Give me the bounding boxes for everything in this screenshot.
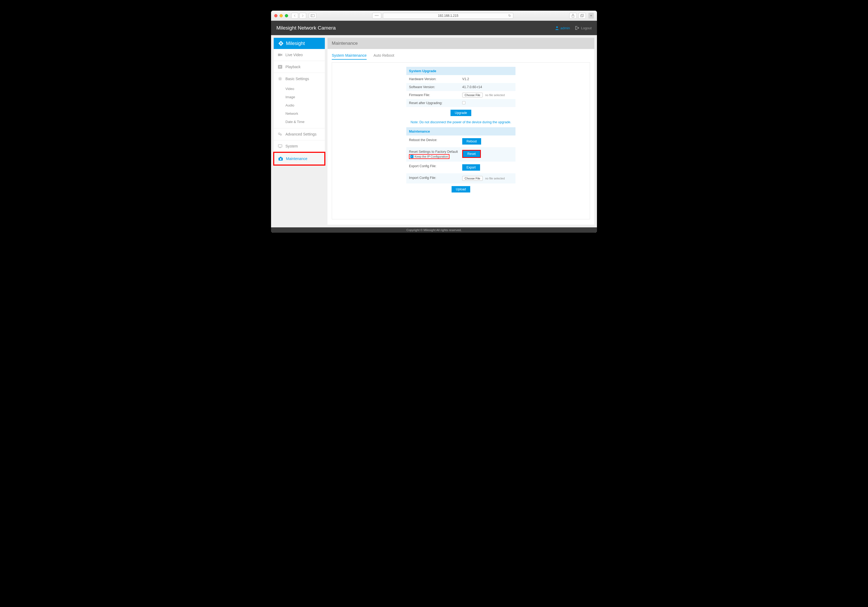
upgrade-button[interactable]: Upgrade — [451, 110, 471, 116]
tab-auto-reboot[interactable]: Auto Reboot — [374, 52, 394, 60]
sidebar-sub-audio[interactable]: Audio — [274, 101, 325, 110]
keep-ip-highlight: Keep the IP Configuration — [409, 154, 450, 159]
user-link[interactable]: admin — [555, 26, 570, 30]
firmware-file-label: Firmware File: — [409, 93, 462, 97]
chevron-right-icon — [302, 14, 304, 17]
app-header: Milesight Network Camera admin Logout — [271, 21, 597, 35]
panel: System Upgrade Hardware Version: V1.2 So… — [332, 62, 590, 219]
reset-label: Reset Settings to Factory Default — [409, 150, 462, 153]
reboot-label: Reboot the Device: — [409, 138, 462, 142]
forward-button[interactable] — [299, 13, 306, 19]
logout-icon — [575, 26, 580, 30]
sidebar-sub-datetime[interactable]: Date & Time — [274, 118, 325, 126]
app-body: Milesight Live Video Playback Basic Sett… — [271, 35, 597, 228]
hardware-version-value: V1.2 — [462, 77, 513, 81]
tabs-button[interactable] — [578, 13, 586, 19]
reset-after-upgrading-label: Reset after Upgrading: — [409, 101, 462, 105]
browser-window: ••• 192.168.1.215 ↻ + Milesight Network … — [271, 11, 597, 233]
maintenance-highlight: Maintenance — [273, 152, 326, 166]
sidebar-sub-network[interactable]: Network — [274, 110, 325, 118]
sidebar-label: Basic Settings — [285, 77, 309, 81]
sidebar-label: System — [285, 144, 298, 148]
sidebar-label: Playback — [285, 65, 301, 69]
upload-button-row: Upload — [406, 183, 516, 195]
sidebar-label: Maintenance — [286, 156, 307, 161]
reset-button-highlight: Reset — [462, 150, 481, 158]
reload-button[interactable]: ↻ — [508, 14, 511, 17]
svg-point-5 — [556, 26, 558, 28]
svg-rect-3 — [580, 15, 583, 17]
svg-line-16 — [281, 80, 281, 80]
share-button[interactable] — [569, 13, 577, 19]
chevron-left-icon — [294, 14, 296, 17]
svg-rect-8 — [278, 54, 281, 56]
minimize-window-button[interactable] — [280, 14, 283, 17]
sidebar-item-advanced-settings[interactable]: Advanced Settings — [274, 129, 325, 140]
reset-after-upgrading-row: Reset after Upgrading: — [406, 99, 516, 107]
svg-point-7 — [281, 43, 281, 44]
hardware-version-label: Hardware Version: — [409, 77, 462, 81]
firmware-choose-file-button[interactable]: Choose File — [462, 93, 483, 98]
svg-point-10 — [279, 78, 281, 79]
maintenance-header: Maintenance — [406, 127, 516, 136]
sidebar-item-live-video[interactable]: Live Video — [274, 49, 325, 61]
reset-button[interactable]: Reset — [463, 151, 480, 157]
close-window-button[interactable] — [274, 14, 277, 17]
keep-ip-checkbox[interactable] — [410, 155, 414, 158]
export-button[interactable]: Export — [462, 164, 480, 171]
system-upgrade-header: System Upgrade — [406, 67, 516, 75]
basic-settings-subitems: Video Image Audio Network Date & Time — [274, 85, 325, 129]
import-label: Import Config File: — [409, 176, 462, 180]
video-icon — [278, 53, 282, 57]
back-button[interactable] — [291, 13, 298, 19]
gear-icon — [278, 77, 282, 81]
tab-system-maintenance[interactable]: System Maintenance — [332, 52, 367, 60]
sidebar-label: Advanced Settings — [285, 132, 316, 136]
advanced-icon — [278, 132, 282, 136]
import-no-file-text: no file selected — [485, 177, 505, 180]
logout-link[interactable]: Logout — [575, 26, 592, 30]
sidebar-toggle-button[interactable] — [309, 13, 316, 19]
reboot-button[interactable]: Reboot — [462, 138, 481, 144]
app-title: Milesight Network Camera — [276, 25, 336, 31]
svg-point-19 — [278, 133, 280, 135]
camera-icon — [279, 157, 283, 161]
share-icon — [571, 14, 575, 17]
maximize-window-button[interactable] — [285, 14, 288, 17]
reset-after-upgrading-checkbox[interactable] — [462, 101, 465, 104]
svg-rect-24 — [280, 157, 281, 158]
new-tab-button[interactable]: + — [588, 13, 594, 19]
sidebar-item-system[interactable]: System — [274, 140, 325, 152]
extensions-button[interactable]: ••• — [372, 13, 381, 19]
page-title-bar: Maintenance — [327, 38, 594, 49]
page-title: Maintenance — [332, 41, 358, 46]
tabs: System Maintenance Auto Reboot — [332, 52, 590, 60]
svg-rect-4 — [581, 14, 584, 16]
sidebar: Milesight Live Video Playback Basic Sett… — [274, 38, 325, 165]
hardware-version-row: Hardware Version: V1.2 — [406, 75, 516, 83]
address-bar[interactable]: 192.168.1.215 ↻ — [383, 13, 513, 19]
sidebar-label: Live Video — [285, 53, 303, 57]
tabs-icon — [580, 14, 584, 17]
svg-point-20 — [280, 134, 281, 135]
sidebar-sub-video[interactable]: Video — [274, 85, 325, 93]
brand-icon — [278, 40, 284, 46]
import-choose-file-button[interactable]: Choose File — [462, 176, 483, 181]
playback-icon — [278, 65, 282, 69]
software-version-value: 41.7.0.60-r14 — [462, 85, 513, 89]
sidebar-sub-image[interactable]: Image — [274, 93, 325, 101]
svg-point-25 — [280, 158, 281, 160]
sidebar-item-basic-settings[interactable]: Basic Settings — [274, 73, 325, 85]
browser-chrome: ••• 192.168.1.215 ↻ + — [271, 11, 597, 21]
upload-button[interactable]: Upload — [451, 186, 470, 192]
upgrade-button-row: Upgrade — [406, 107, 516, 119]
reset-row: Reset Settings to Factory Default Keep t… — [406, 147, 516, 162]
sidebar-item-playback[interactable]: Playback — [274, 61, 325, 73]
brand: Milesight — [274, 38, 325, 49]
svg-line-18 — [281, 77, 281, 78]
traffic-lights — [274, 14, 288, 17]
keep-ip-label: Keep the IP Configuration — [415, 155, 448, 158]
sidebar-item-maintenance[interactable]: Maintenance — [274, 153, 324, 164]
settings-table: System Upgrade Hardware Version: V1.2 So… — [406, 67, 516, 195]
firmware-no-file-text: no file selected — [485, 93, 505, 97]
